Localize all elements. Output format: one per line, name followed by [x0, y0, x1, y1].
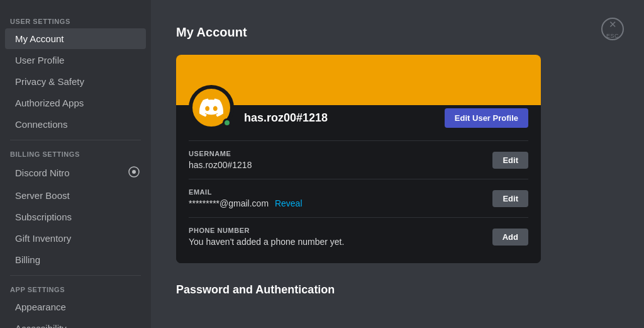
sidebar-item-accessibility[interactable]: Accessibility — [5, 318, 146, 328]
sidebar-item-subscriptions[interactable]: Subscriptions — [5, 206, 146, 227]
sidebar-item-label: Gift Inventory — [15, 233, 71, 244]
sidebar-item-user-profile[interactable]: User Profile — [5, 50, 146, 71]
close-icon: ✕ — [609, 19, 617, 30]
username-field-value: has.roz00#1218 — [189, 160, 492, 170]
account-card: has.roz00#1218 Edit User Profile USERNAM… — [176, 55, 541, 263]
account-profile-row: has.roz00#1218 Edit User Profile — [176, 105, 541, 140]
account-fields: USERNAME has.roz00#1218 Edit EMAIL *****… — [176, 140, 541, 263]
main-content: My Account ✕ ESC has.roz00#1218 Edit Use… — [151, 0, 644, 328]
sidebar-item-authorized-apps[interactable]: Authorized Apps — [5, 93, 146, 113]
avatar-wrap — [189, 85, 234, 130]
user-settings-label: USER SETTINGS — [0, 13, 151, 28]
sidebar-item-connections[interactable]: Connections — [5, 114, 146, 135]
phone-field-value: You haven't added a phone number yet. — [189, 237, 492, 247]
sidebar-item-gift-inventory[interactable]: Gift Inventory — [5, 228, 146, 249]
svg-point-1 — [132, 170, 136, 174]
edit-profile-button[interactable]: Edit User Profile — [445, 108, 528, 128]
sidebar-item-my-account[interactable]: My Account — [5, 28, 146, 49]
username-field-info: USERNAME has.roz00#1218 — [189, 150, 492, 170]
phone-add-button[interactable]: Add — [492, 229, 528, 246]
sidebar-item-label: Authorized Apps — [15, 98, 84, 108]
sidebar-item-label: My Account — [15, 33, 64, 44]
email-masked: *********@gmail.com — [189, 198, 269, 208]
email-field-label: EMAIL — [189, 188, 492, 196]
sidebar-item-discord-nitro[interactable]: Discord Nitro — [5, 161, 146, 184]
sidebar-item-label: Appearance — [15, 302, 66, 312]
sidebar-item-label: Accessibility — [15, 323, 67, 328]
sidebar: USER SETTINGS My Account User Profile Pr… — [0, 0, 151, 328]
sidebar-item-label: Billing — [15, 254, 40, 265]
email-field-info: EMAIL *********@gmail.com Reveal — [189, 188, 492, 208]
sidebar-item-label: Subscriptions — [15, 212, 72, 222]
close-esc-label: ESC — [606, 33, 619, 39]
email-field-value: *********@gmail.com Reveal — [189, 198, 492, 208]
reveal-email-link[interactable]: Reveal — [275, 198, 303, 208]
billing-settings-label: BILLING SETTINGS — [0, 145, 151, 161]
phone-field-row: PHONE NUMBER You haven't added a phone n… — [189, 217, 528, 256]
sidebar-item-label: Privacy & Safety — [15, 76, 84, 87]
username-edit-button[interactable]: Edit — [492, 152, 528, 169]
email-edit-button[interactable]: Edit — [492, 190, 528, 207]
sidebar-item-server-boost[interactable]: Server Boost — [5, 185, 146, 206]
username-display: has.roz00#1218 — [244, 111, 445, 125]
sidebar-item-label: Discord Nitro — [15, 167, 70, 178]
phone-field-info: PHONE NUMBER You haven't added a phone n… — [189, 227, 492, 247]
password-auth-title: Password and Authentication — [176, 283, 619, 297]
nitro-icon — [128, 166, 140, 179]
close-button[interactable]: ✕ ESC — [601, 18, 624, 40]
sidebar-divider-2 — [10, 275, 141, 276]
app-settings-label: APP SETTINGS — [0, 281, 151, 296]
online-status-indicator — [223, 118, 231, 127]
sidebar-item-privacy-safety[interactable]: Privacy & Safety — [5, 71, 146, 92]
sidebar-item-billing[interactable]: Billing — [5, 249, 146, 270]
phone-field-label: PHONE NUMBER — [189, 227, 492, 234]
sidebar-item-label: Connections — [15, 119, 67, 130]
sidebar-item-label: User Profile — [15, 55, 64, 65]
username-field-row: USERNAME has.roz00#1218 Edit — [189, 140, 528, 179]
page-title: My Account — [176, 25, 619, 40]
sidebar-divider-1 — [10, 140, 141, 140]
sidebar-item-label: Server Boost — [15, 190, 70, 201]
username-field-label: USERNAME — [189, 150, 492, 157]
sidebar-item-appearance[interactable]: Appearance — [5, 297, 146, 317]
email-field-row: EMAIL *********@gmail.com Reveal Edit — [189, 179, 528, 217]
